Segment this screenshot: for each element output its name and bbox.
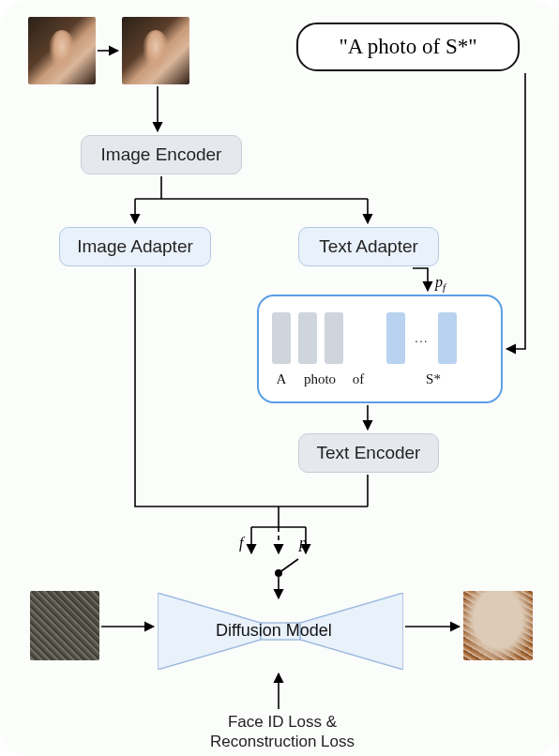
token-bar-blue — [386, 312, 405, 364]
token-ellipsis: ... — [415, 330, 429, 345]
token-label-a: A — [272, 371, 291, 387]
image-encoder-label: Image Encoder — [101, 144, 222, 165]
token-bar-blue — [438, 312, 457, 364]
image-adapter-label: Image Adapter — [77, 236, 193, 257]
input-face-2 — [122, 17, 189, 84]
text-encoder-label: Text Encoder — [317, 443, 421, 463]
token-label-of: of — [349, 371, 368, 387]
prompt-text-box: "A photo of S*" — [296, 23, 520, 71]
output-face-image — [463, 591, 533, 660]
image-encoder-block: Image Encoder — [81, 135, 242, 174]
pf-sub: f — [443, 281, 446, 293]
token-embedding-box: ... A photo of S* — [257, 295, 503, 403]
prompt-text: "A photo of S*" — [339, 35, 476, 59]
token-labels-row: A photo of S* — [272, 371, 446, 387]
image-adapter-block: Image Adapter — [59, 227, 211, 266]
diffusion-model-block: Diffusion Model — [158, 593, 403, 670]
pf-main: p — [435, 274, 443, 290]
loss-label: Face ID Loss & Reconstruction Loss — [193, 712, 371, 752]
token-bars: ... — [272, 310, 457, 366]
p-symbol: p — [299, 535, 307, 552]
loss-line-2: Reconstruction Loss — [210, 733, 355, 750]
f-symbol: f — [239, 535, 243, 552]
pf-symbol: pf — [435, 274, 446, 293]
diffusion-label: Diffusion Model — [216, 621, 332, 641]
token-bar-gray — [325, 312, 343, 364]
noisy-input-image — [30, 591, 99, 660]
text-adapter-block: Text Adapter — [298, 227, 439, 266]
token-label-s: S* — [420, 371, 446, 387]
diagram-canvas: "A photo of S*" Image Encoder Image Adap… — [0, 0, 559, 756]
token-label-photo: photo — [298, 371, 341, 387]
token-bar-gray — [272, 312, 291, 364]
text-adapter-label: Text Adapter — [319, 236, 418, 257]
input-face-1 — [28, 17, 96, 84]
text-encoder-block: Text Encoder — [298, 433, 439, 473]
switch-node — [275, 569, 282, 577]
token-bar-gray — [298, 312, 317, 364]
loss-line-1: Face ID Loss & — [228, 713, 337, 731]
